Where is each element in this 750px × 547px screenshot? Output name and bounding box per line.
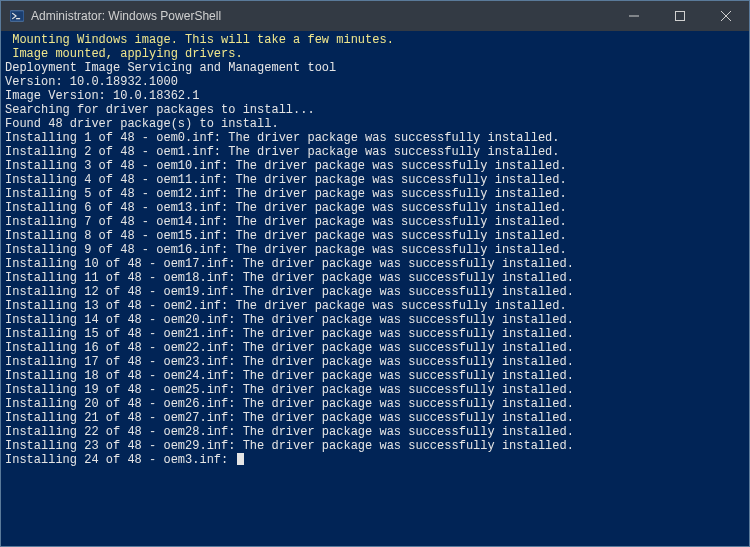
svg-rect-0 [10, 11, 24, 22]
terminal-line: Installing 4 of 48 - oem11.inf: The driv… [5, 173, 745, 187]
terminal-line: Installing 5 of 48 - oem12.inf: The driv… [5, 187, 745, 201]
cursor [237, 453, 244, 465]
minimize-button[interactable] [611, 1, 657, 31]
terminal-line: Image mounted, applying drivers. [5, 47, 745, 61]
terminal-line: Installing 3 of 48 - oem10.inf: The driv… [5, 159, 745, 173]
maximize-icon [675, 11, 685, 21]
minimize-icon [629, 11, 639, 21]
terminal-line: Installing 21 of 48 - oem27.inf: The dri… [5, 411, 745, 425]
window-title: Administrator: Windows PowerShell [31, 9, 221, 23]
terminal-line: Deployment Image Servicing and Managemen… [5, 61, 745, 75]
terminal-line: Installing 22 of 48 - oem28.inf: The dri… [5, 425, 745, 439]
close-button[interactable] [703, 1, 749, 31]
powershell-window: Administrator: Windows PowerShell Mounti… [0, 0, 750, 547]
titlebar[interactable]: Administrator: Windows PowerShell [1, 1, 749, 31]
terminal-line: Installing 7 of 48 - oem14.inf: The driv… [5, 215, 745, 229]
terminal-line: Installing 19 of 48 - oem25.inf: The dri… [5, 383, 745, 397]
terminal-line: Installing 17 of 48 - oem23.inf: The dri… [5, 355, 745, 369]
close-icon [721, 11, 731, 21]
terminal-line: Installing 6 of 48 - oem13.inf: The driv… [5, 201, 745, 215]
terminal-line: Searching for driver packages to install… [5, 103, 745, 117]
terminal-line: Installing 15 of 48 - oem21.inf: The dri… [5, 327, 745, 341]
terminal-output[interactable]: Mounting Windows image. This will take a… [1, 31, 749, 546]
svg-rect-3 [676, 12, 685, 21]
terminal-line: Installing 14 of 48 - oem20.inf: The dri… [5, 313, 745, 327]
terminal-line: Installing 2 of 48 - oem1.inf: The drive… [5, 145, 745, 159]
powershell-icon [9, 8, 25, 24]
terminal-line: Installing 24 of 48 - oem3.inf: [5, 453, 745, 467]
terminal-line: Installing 18 of 48 - oem24.inf: The dri… [5, 369, 745, 383]
terminal-line: Installing 9 of 48 - oem16.inf: The driv… [5, 243, 745, 257]
terminal-line: Installing 20 of 48 - oem26.inf: The dri… [5, 397, 745, 411]
terminal-line: Mounting Windows image. This will take a… [5, 33, 745, 47]
terminal-line: Installing 8 of 48 - oem15.inf: The driv… [5, 229, 745, 243]
titlebar-drag-region[interactable] [221, 1, 611, 31]
terminal-line: Image Version: 10.0.18362.1 [5, 89, 745, 103]
terminal-line: Installing 11 of 48 - oem18.inf: The dri… [5, 271, 745, 285]
terminal-line: Found 48 driver package(s) to install. [5, 117, 745, 131]
terminal-line: Version: 10.0.18932.1000 [5, 75, 745, 89]
terminal-line: Installing 16 of 48 - oem22.inf: The dri… [5, 341, 745, 355]
terminal-line: Installing 1 of 48 - oem0.inf: The drive… [5, 131, 745, 145]
maximize-button[interactable] [657, 1, 703, 31]
terminal-line: Installing 12 of 48 - oem19.inf: The dri… [5, 285, 745, 299]
terminal-line: Installing 23 of 48 - oem29.inf: The dri… [5, 439, 745, 453]
terminal-line: Installing 10 of 48 - oem17.inf: The dri… [5, 257, 745, 271]
terminal-line: Installing 13 of 48 - oem2.inf: The driv… [5, 299, 745, 313]
